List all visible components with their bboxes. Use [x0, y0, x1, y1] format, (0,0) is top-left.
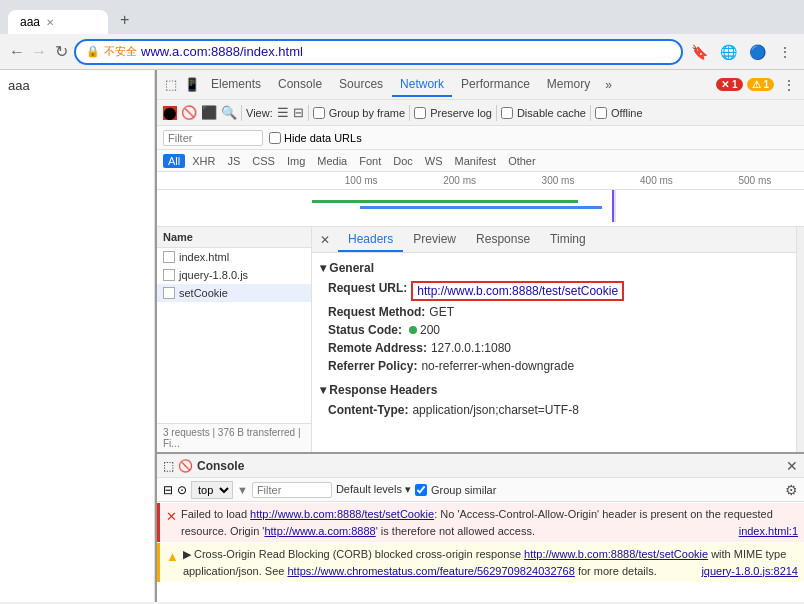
tab-elements[interactable]: Elements	[203, 73, 269, 97]
type-btn-font[interactable]: Font	[354, 154, 386, 168]
detail-content: ▾ General Request URL: http://www.b.com:…	[312, 253, 796, 452]
timeline-mark-500: 500 ms	[706, 175, 804, 186]
timeline-mark-200: 200 ms	[410, 175, 508, 186]
browser-tab-bar: aaa ✕ +	[0, 0, 804, 34]
console-title-bar: ⬚ 🚫 Console ✕	[157, 454, 804, 478]
detail-tab-response[interactable]: Response	[466, 228, 540, 252]
console-default-levels-label[interactable]: Default levels ▾	[336, 483, 411, 496]
console-icon-circle[interactable]: ⊙	[177, 483, 187, 497]
search-icon-btn[interactable]: 🔍	[221, 105, 237, 120]
clear-button[interactable]: 🚫	[181, 105, 197, 120]
warn-link-2[interactable]: https://www.chromestatus.com/feature/562…	[287, 565, 574, 577]
file-item-index[interactable]: index.html	[157, 248, 311, 266]
console-icon-record[interactable]: ⬚	[163, 459, 174, 473]
devtools-icon-inspect[interactable]: ⬚	[161, 75, 181, 95]
console-icon-stack[interactable]: ⊟	[163, 483, 173, 497]
security-icon: 🔒	[86, 45, 100, 58]
profile-icon[interactable]: 🌐	[716, 42, 741, 62]
filter-icon-btn[interactable]: ⬛	[201, 105, 217, 120]
detail-panel: ✕ Headers Preview Response Timing ▾ Gene…	[312, 227, 796, 452]
menu-icon[interactable]: ⋮	[774, 42, 796, 62]
view-preview-btn[interactable]: ⊟	[293, 105, 304, 120]
address-url[interactable]: www.a.com:8888/index.html	[141, 44, 671, 59]
tab-performance[interactable]: Performance	[453, 73, 538, 97]
error-link-1[interactable]: http://www.b.com:8888/test/setCookie	[250, 508, 434, 520]
error-badge: ✕ 1	[716, 78, 742, 91]
tab-console[interactable]: Console	[270, 73, 330, 97]
file-item-jquery[interactable]: jquery-1.8.0.js	[157, 266, 311, 284]
page-label: aaa	[8, 78, 30, 93]
view-label: View:	[246, 107, 273, 119]
general-section-title[interactable]: ▾ General	[320, 261, 788, 275]
timeline-bar-green	[312, 200, 578, 203]
console-filter-input[interactable]	[252, 482, 332, 498]
tab-more[interactable]: »	[599, 74, 618, 96]
detail-tab-preview[interactable]: Preview	[403, 228, 466, 252]
type-btn-img[interactable]: Img	[282, 154, 310, 168]
disable-cache-checkbox[interactable]	[501, 107, 513, 119]
devtools-more-icon[interactable]: ⋮	[778, 75, 800, 95]
record-button[interactable]: ⬤	[163, 106, 177, 120]
new-tab-btn[interactable]: +	[112, 6, 137, 34]
nt-divider5	[590, 105, 591, 121]
view-list-btn[interactable]: ☰	[277, 105, 289, 120]
detail-scrollbar[interactable]	[796, 227, 804, 452]
hide-data-urls-checkbox[interactable]	[269, 132, 281, 144]
type-btn-ws[interactable]: WS	[420, 154, 448, 168]
tab-memory[interactable]: Memory	[539, 73, 598, 97]
extension-icon[interactable]: 🔵	[745, 42, 770, 62]
browser-nav-bar: ← → ↻ 🔒 不安全 www.a.com:8888/index.html 🔖 …	[0, 34, 804, 70]
offline-checkbox[interactable]	[595, 107, 607, 119]
error-file-1[interactable]: index.html:1	[739, 523, 798, 540]
preserve-log-label: Preserve log	[430, 107, 492, 119]
error-link-2[interactable]: http://www.a.com:8888	[264, 525, 375, 537]
console-icon-ban[interactable]: 🚫	[178, 459, 193, 473]
reload-button[interactable]: ↻	[52, 43, 70, 61]
warn-link-1[interactable]: http://www.b.com:8888/test/setCookie	[524, 548, 708, 560]
console-top-select[interactable]: top	[191, 481, 233, 499]
disable-cache-label: Disable cache	[517, 107, 586, 119]
type-btn-media[interactable]: Media	[312, 154, 352, 168]
timeline-area: 100 ms 200 ms 300 ms 400 ms 500 ms	[157, 172, 804, 227]
address-bar[interactable]: 🔒 不安全 www.a.com:8888/index.html	[74, 39, 683, 65]
detail-tab-headers[interactable]: Headers	[338, 228, 403, 252]
tab-network[interactable]: Network	[392, 73, 452, 97]
content-type-key: Content-Type:	[328, 403, 408, 417]
security-label: 不安全	[104, 44, 137, 59]
type-btn-css[interactable]: CSS	[247, 154, 280, 168]
filter-input[interactable]	[163, 130, 263, 146]
type-btn-other[interactable]: Other	[503, 154, 541, 168]
back-button[interactable]: ←	[8, 43, 26, 61]
detail-tab-timing[interactable]: Timing	[540, 228, 596, 252]
nt-divider3	[409, 105, 410, 121]
request-method-key: Request Method:	[328, 305, 425, 319]
warn-file-1[interactable]: jquery-1.8.0.js:8214	[701, 563, 798, 580]
request-url-value: http://www.b.com:8888/test/setCookie	[411, 281, 624, 301]
referrer-policy-key: Referrer Policy:	[328, 359, 417, 373]
type-btn-doc[interactable]: Doc	[388, 154, 418, 168]
bookmark-icon[interactable]: 🔖	[687, 42, 712, 62]
forward-button[interactable]: →	[30, 43, 48, 61]
type-btn-manifest[interactable]: Manifest	[450, 154, 502, 168]
type-btn-xhr[interactable]: XHR	[187, 154, 220, 168]
console-group-similar-checkbox[interactable]	[415, 484, 427, 496]
referrer-policy-row: Referrer Policy: no-referrer-when-downgr…	[328, 357, 788, 375]
console-close-icon[interactable]: ✕	[786, 458, 798, 474]
tab-close-icon[interactable]: ✕	[46, 17, 54, 28]
timeline-mark-100: 100 ms	[312, 175, 410, 186]
tab-sources[interactable]: Sources	[331, 73, 391, 97]
nt-divider4	[496, 105, 497, 121]
hide-data-urls-label[interactable]: Hide data URLs	[269, 132, 362, 144]
devtools-icon-mobile[interactable]: 📱	[182, 75, 202, 95]
console-gear-icon[interactable]: ⚙	[785, 482, 798, 498]
type-btn-js[interactable]: JS	[222, 154, 245, 168]
offline-label: Offline	[611, 107, 643, 119]
detail-tab-close[interactable]: ✕	[312, 229, 338, 251]
type-btn-all[interactable]: All	[163, 154, 185, 168]
network-toolbar: ⬤ 🚫 ⬛ 🔍 View: ☰ ⊟ Group by frame Preserv…	[157, 100, 804, 126]
file-item-setcookie[interactable]: setCookie	[157, 284, 311, 302]
browser-tab[interactable]: aaa ✕	[8, 10, 108, 34]
preserve-log-checkbox[interactable]	[414, 107, 426, 119]
response-headers-title[interactable]: ▾ Response Headers	[320, 383, 788, 397]
group-by-frame-checkbox[interactable]	[313, 107, 325, 119]
